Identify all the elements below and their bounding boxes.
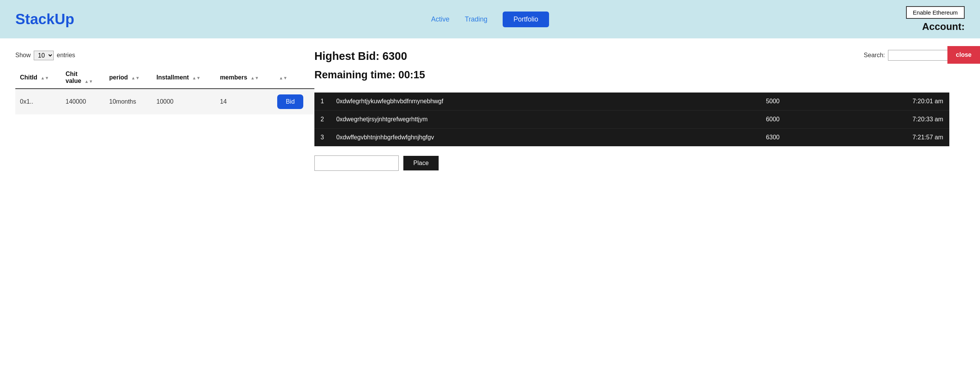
logo[interactable]: StackUp xyxy=(15,11,74,28)
bid-time: 7:20:33 am xyxy=(786,111,949,129)
col-period: period ▲▼ xyxy=(105,67,152,89)
cell-installment: 10000 xyxy=(152,89,215,114)
place-bid-input[interactable] xyxy=(314,155,399,171)
bid-num: 3 xyxy=(314,129,330,147)
cell-period: 10months xyxy=(105,89,152,114)
cell-chitvalue: 140000 xyxy=(61,89,105,114)
account-label: Account: xyxy=(922,21,965,32)
bid-amount: 5000 xyxy=(704,93,786,111)
bid-amount: 6000 xyxy=(704,111,786,129)
sort-action-icon[interactable]: ▲▼ xyxy=(279,76,287,80)
highest-bid-value: 6300 xyxy=(383,50,407,62)
bid-address: 0xdwfegrhtjykuwfegbhvbdfnmynebhwgf xyxy=(330,93,704,111)
col-chitvalue: Chitvalue ▲▼ xyxy=(61,67,105,89)
main-content: Show 10 25 50 entries Search: ChitId ▲▼ … xyxy=(0,38,980,126)
bid-time: 7:21:57 am xyxy=(786,129,949,147)
chit-table: ChitId ▲▼ Chitvalue ▲▼ period ▲▼ Install… xyxy=(15,67,314,114)
remaining-time-label: Remaining time: xyxy=(314,69,396,81)
cell-chitid: 0x1.. xyxy=(15,89,61,114)
nav-trading[interactable]: Trading xyxy=(465,15,487,23)
bid-address: 0xdwffegvbhtnjnhbgrfedwfghnjhgfgv xyxy=(330,129,704,147)
bid-address: 0xdwegrhetjrsyjnhtgrefwegrhttjym xyxy=(330,111,704,129)
bid-num: 2 xyxy=(314,111,330,129)
highest-bid-display: Highest Bid: 6300 xyxy=(314,50,949,63)
place-bid-button[interactable]: Place xyxy=(403,156,439,170)
enable-ethereum-button[interactable]: Enable Ethereum xyxy=(906,6,965,19)
col-chitid: ChitId ▲▼ xyxy=(15,67,61,89)
table-header-row: ChitId ▲▼ Chitvalue ▲▼ period ▲▼ Install… xyxy=(15,67,314,89)
bid-row: 3 0xdwffegvbhtnjnhbgrfedwfghnjhgfgv 6300… xyxy=(314,129,949,147)
cell-action: Bid xyxy=(273,89,314,114)
sort-period-icon[interactable]: ▲▼ xyxy=(131,76,140,80)
highest-bid-label: Highest Bid: xyxy=(314,50,380,62)
remaining-time-display: Remaining time: 00:15 xyxy=(314,69,949,81)
bid-button[interactable]: Bid xyxy=(277,94,303,109)
bid-time: 7:20:01 am xyxy=(786,93,949,111)
sort-chitid-icon[interactable]: ▲▼ xyxy=(41,76,49,80)
nav-active[interactable]: Active xyxy=(431,15,449,23)
main-nav: Active Trading Portfolio xyxy=(431,12,549,27)
entries-select[interactable]: 10 25 50 xyxy=(34,51,54,60)
show-entries: Show 10 25 50 entries xyxy=(15,51,75,60)
bid-panel: Highest Bid: 6300 Remaining time: 00:15 … xyxy=(314,50,949,171)
sort-members-icon[interactable]: ▲▼ xyxy=(250,76,259,80)
cell-members: 14 xyxy=(215,89,273,114)
bid-amount: 6300 xyxy=(704,129,786,147)
account-section: Enable Ethereum Account: xyxy=(906,6,965,32)
show-label: Show xyxy=(15,52,31,59)
bid-num: 1 xyxy=(314,93,330,111)
entries-label: entries xyxy=(57,52,75,59)
nav-portfolio[interactable]: Portfolio xyxy=(503,12,549,27)
header: StackUp Active Trading Portfolio Enable … xyxy=(0,0,980,38)
col-installment: Installment ▲▼ xyxy=(152,67,215,89)
bid-row: 2 0xdwegrhetjrsyjnhtgrefwegrhttjym 6000 … xyxy=(314,111,949,129)
remaining-time-value: 00:15 xyxy=(398,69,425,81)
bids-table: 1 0xdwfegrhtjykuwfegbhvbdfnmynebhwgf 500… xyxy=(314,93,949,146)
close-button[interactable]: close xyxy=(947,46,980,64)
sort-chitvalue-icon[interactable]: ▲▼ xyxy=(84,79,93,84)
col-members: members ▲▼ xyxy=(215,67,273,89)
place-bid-row: Place xyxy=(314,155,949,171)
col-action: ▲▼ xyxy=(273,67,314,89)
table-row: 0x1.. 140000 10months 10000 14 Bid xyxy=(15,89,314,114)
sort-installment-icon[interactable]: ▲▼ xyxy=(192,76,201,80)
bid-row: 1 0xdwfegrhtjykuwfegbhvbdfnmynebhwgf 500… xyxy=(314,93,949,111)
